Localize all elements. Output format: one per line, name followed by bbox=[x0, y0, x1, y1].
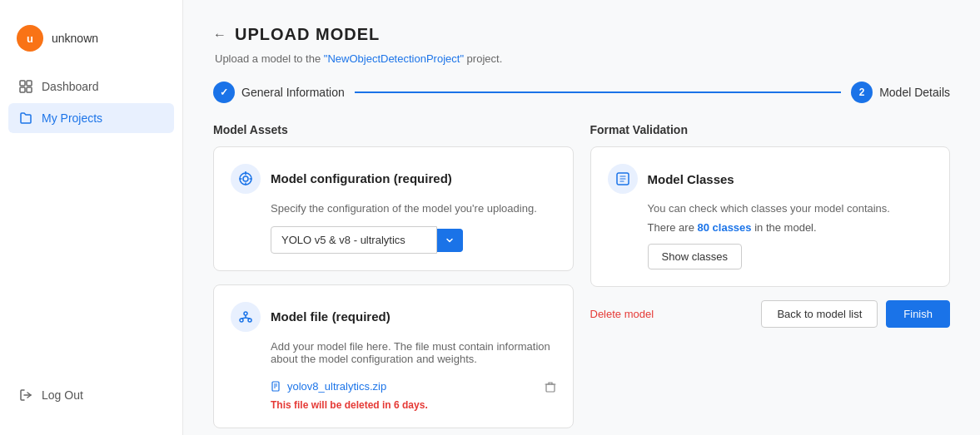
file-name-label: yolov8_ultralytics.zip bbox=[287, 380, 386, 393]
file-delete-icon[interactable] bbox=[545, 381, 556, 393]
config-dropdown-wrapper: YOLO v5 & v8 - ultralyticsYOLO v3YOLO v4… bbox=[271, 226, 556, 254]
config-card-title: Model configuration bbox=[271, 171, 390, 185]
content-grid: Model Assets bbox=[213, 123, 950, 428]
page-header: ← UPLOAD MODEL bbox=[213, 25, 950, 44]
file-card-title: Model file bbox=[271, 309, 328, 324]
format-validation-column: Format Validation Model Classes You can … bbox=[590, 123, 951, 428]
sidebar-item-dashboard[interactable]: Dashboard bbox=[8, 72, 174, 101]
stepper: ✓ General Information 2 Model Details bbox=[213, 82, 950, 103]
card-config-title-wrap: Model configuration (required) bbox=[271, 171, 452, 186]
main-content: ← UPLOAD MODEL Upload a model to the "Ne… bbox=[183, 0, 980, 435]
card-file-header: Model file (required) bbox=[231, 302, 556, 332]
svg-rect-2 bbox=[20, 87, 25, 92]
model-classes-card: Model Classes You can check which classe… bbox=[590, 146, 951, 287]
projects-icon bbox=[18, 111, 33, 126]
svg-point-8 bbox=[244, 312, 247, 315]
config-icon bbox=[231, 164, 261, 194]
step-2-circle: 2 bbox=[851, 82, 873, 103]
step-2-label: Model Details bbox=[879, 86, 950, 99]
dashboard-icon bbox=[18, 79, 33, 94]
card-classes-header: Model Classes bbox=[608, 164, 933, 194]
config-required-label: (required) bbox=[394, 171, 452, 185]
step-line bbox=[355, 91, 841, 93]
subtitle-prefix: Upload a model to the bbox=[215, 52, 324, 65]
classes-description: You can check which classes your model c… bbox=[648, 202, 933, 215]
classes-count-prefix: There are bbox=[648, 221, 698, 234]
svg-point-9 bbox=[240, 319, 243, 322]
sidebar-bottom: Log Out bbox=[0, 380, 182, 418]
card-file-title-wrap: Model file (required) bbox=[271, 309, 391, 324]
format-validation-title: Format Validation bbox=[590, 123, 951, 136]
logout-icon bbox=[18, 388, 33, 403]
classes-card-title: Model Classes bbox=[648, 172, 734, 186]
svg-rect-1 bbox=[27, 81, 32, 86]
file-description: Add your model file here. The file must … bbox=[271, 340, 556, 365]
sidebar-item-my-projects[interactable]: My Projects bbox=[8, 103, 174, 133]
file-warning-text: This file will be deleted in 6 days. bbox=[271, 399, 556, 411]
avatar: u bbox=[17, 25, 43, 52]
project-name-link[interactable]: "NewObjectDetectionProject" bbox=[324, 52, 464, 65]
svg-rect-0 bbox=[20, 81, 25, 86]
svg-rect-3 bbox=[27, 87, 32, 92]
svg-rect-15 bbox=[546, 384, 555, 392]
sidebar-nav: Dashboard My Projects bbox=[0, 72, 182, 380]
config-dropdown[interactable]: YOLO v5 & v8 - ultralyticsYOLO v3YOLO v4… bbox=[271, 226, 437, 254]
config-description: Specify the configuration of the model y… bbox=[271, 202, 556, 215]
back-arrow-icon[interactable]: ← bbox=[213, 27, 226, 42]
user-profile: u unknown bbox=[0, 17, 182, 72]
model-configuration-card: Model configuration (required) Specify t… bbox=[213, 146, 574, 271]
svg-point-6 bbox=[243, 176, 248, 181]
svg-line-12 bbox=[241, 318, 246, 319]
file-required-label: (required) bbox=[332, 309, 391, 324]
classes-icon bbox=[608, 164, 638, 194]
file-icon bbox=[231, 302, 261, 332]
model-file-card: Model file (required) Add your model fil… bbox=[213, 284, 574, 428]
step-1-label: General Information bbox=[241, 86, 345, 99]
classes-count-link[interactable]: 80 classes bbox=[697, 221, 751, 234]
footer-right-actions: Back to model list Finish bbox=[761, 300, 950, 328]
classes-count-text: There are 80 classes in the model. bbox=[648, 221, 933, 234]
page-subtitle: Upload a model to the "NewObjectDetectio… bbox=[213, 52, 950, 65]
sidebar-dashboard-label: Dashboard bbox=[42, 80, 99, 93]
file-link[interactable]: yolov8_ultralytics.zip bbox=[271, 380, 386, 393]
svg-point-10 bbox=[248, 319, 251, 322]
file-item: yolov8_ultralytics.zip bbox=[271, 377, 556, 396]
sidebar: u unknown Dashboard My Projects bbox=[0, 0, 183, 435]
footer-actions: Delete model Back to model list Finish bbox=[590, 300, 951, 328]
model-assets-title: Model Assets bbox=[213, 123, 574, 136]
step-general-info: ✓ General Information bbox=[213, 82, 345, 103]
step-model-details: 2 Model Details bbox=[851, 82, 950, 103]
subtitle-suffix: project. bbox=[464, 52, 502, 65]
card-config-header: Model configuration (required) bbox=[231, 164, 556, 194]
delete-model-button[interactable]: Delete model bbox=[590, 308, 654, 320]
back-to-model-list-button[interactable]: Back to model list bbox=[761, 300, 878, 328]
file-doc-icon bbox=[271, 381, 282, 393]
file-warning-days: 6 days bbox=[394, 399, 425, 411]
show-classes-button[interactable]: Show classes bbox=[648, 244, 742, 269]
sidebar-my-projects-label: My Projects bbox=[42, 111, 102, 125]
finish-button[interactable]: Finish bbox=[886, 300, 950, 328]
model-assets-column: Model Assets bbox=[213, 123, 574, 428]
file-warning-prefix: This file will be deleted in bbox=[271, 399, 394, 411]
config-dropdown-toggle[interactable] bbox=[437, 229, 463, 252]
page-title: UPLOAD MODEL bbox=[235, 25, 380, 44]
file-warning-suffix: . bbox=[425, 399, 427, 411]
classes-count-suffix: in the model. bbox=[752, 221, 817, 234]
username-label: unknown bbox=[52, 32, 98, 45]
sidebar-item-logout[interactable]: Log Out bbox=[8, 380, 174, 410]
sidebar-logout-label: Log Out bbox=[42, 388, 83, 402]
step-1-circle: ✓ bbox=[213, 82, 235, 103]
svg-line-13 bbox=[246, 318, 250, 319]
